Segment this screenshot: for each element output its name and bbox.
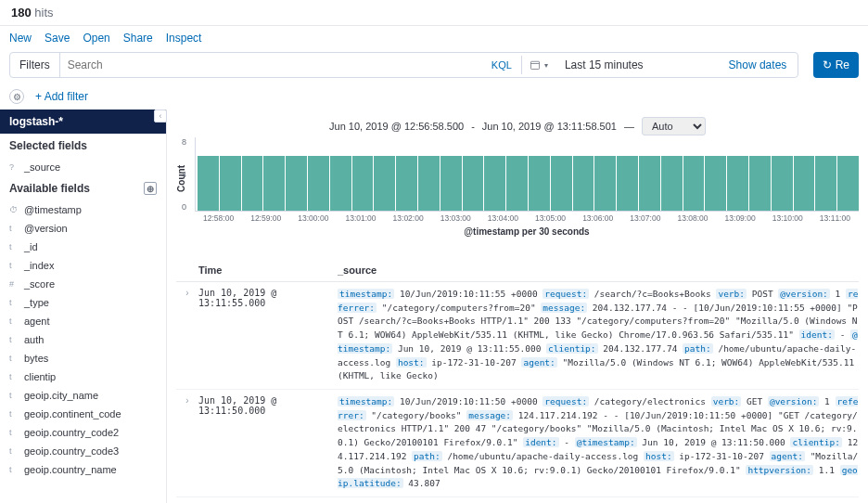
gear-icon[interactable]: ⚙ <box>9 89 24 104</box>
bar[interactable] <box>683 156 705 211</box>
field-type-icon: t <box>9 224 19 233</box>
bar[interactable] <box>573 156 594 211</box>
bar[interactable] <box>374 156 395 211</box>
col-source[interactable]: _source <box>338 264 377 276</box>
bar[interactable] <box>594 156 616 211</box>
bar[interactable] <box>396 156 417 211</box>
svg-rect-0 <box>530 61 539 69</box>
x-tick: 13:10:00 <box>764 213 811 223</box>
bar[interactable] <box>418 156 440 211</box>
selected-fields-header: Selected fields <box>0 134 166 158</box>
bar[interactable] <box>352 156 374 211</box>
bar[interactable] <box>330 156 351 211</box>
field-item[interactable]: tgeoip.country_code3 <box>0 442 166 460</box>
bar[interactable] <box>727 156 748 211</box>
index-pattern-selector[interactable]: logstash-* <box>0 110 166 134</box>
expand-row-icon[interactable]: › <box>176 288 198 383</box>
col-time[interactable]: Time <box>198 264 338 276</box>
field-item[interactable]: t_type <box>0 293 166 312</box>
table-row: › Jun 10, 2019 @ 13:11:50.000 timestamp:… <box>176 390 859 497</box>
bar[interactable] <box>308 156 329 211</box>
bar[interactable] <box>440 156 462 211</box>
histogram-bars[interactable] <box>195 137 859 212</box>
table-row: › Jun 10, 2019 @ 13:11:55.000 timestamp:… <box>176 282 859 390</box>
field-type-icon: t <box>9 354 19 363</box>
field-item[interactable]: t_id <box>0 238 166 256</box>
x-ticks: 12:58:0012:59:0013:00:0013:01:0013:02:00… <box>195 212 859 223</box>
bar[interactable] <box>220 156 241 211</box>
bar[interactable] <box>286 156 307 211</box>
chart-title: Jun 10, 2019 @ 12:56:58.500 - Jun 10, 20… <box>167 110 868 137</box>
field-item[interactable]: #_score <box>0 275 166 293</box>
bar[interactable] <box>794 156 815 211</box>
bar[interactable] <box>837 156 859 211</box>
field-item[interactable]: tauth <box>0 330 166 349</box>
interval-select[interactable]: Auto <box>642 117 706 135</box>
kql-toggle[interactable]: KQL <box>482 59 521 71</box>
bar[interactable] <box>506 156 528 211</box>
time-range[interactable]: Last 15 minutes <box>555 58 718 71</box>
field-type-icon: t <box>9 391 19 400</box>
field-type-icon: # <box>9 279 19 289</box>
field-type-icon: ⏱ <box>9 205 19 214</box>
field-item[interactable]: t_index <box>0 256 166 275</box>
field-name: auth <box>24 334 44 345</box>
refresh-button[interactable]: ↻ Re <box>813 52 859 78</box>
collapse-sidebar-button[interactable]: ‹ <box>154 110 167 123</box>
field-type-icon: t <box>9 298 19 307</box>
field-name: geoip.country_code3 <box>24 445 119 457</box>
bar[interactable] <box>749 156 771 211</box>
field-name: clientip <box>24 371 56 382</box>
menu-inspect[interactable]: Inspect <box>166 32 202 45</box>
expand-row-icon[interactable]: › <box>176 395 198 491</box>
field-type-icon: t <box>9 446 19 456</box>
x-tick: 13:07:00 <box>621 213 669 223</box>
bar[interactable] <box>242 156 263 211</box>
show-dates-link[interactable]: Show dates <box>718 58 798 71</box>
bar[interactable] <box>463 156 484 211</box>
bar[interactable] <box>484 156 505 211</box>
bar[interactable] <box>661 156 683 211</box>
top-menu: New Save Open Share Inspect <box>0 26 868 50</box>
row-source: timestamp: 10/Jun/2019:10:11:55 +0000 re… <box>338 288 859 383</box>
bar[interactable] <box>551 156 572 211</box>
field-item[interactable]: tgeoip.country_name <box>0 460 166 479</box>
field-item[interactable]: tclientip <box>0 368 166 386</box>
field-item[interactable]: tgeoip.continent_code <box>0 405 166 423</box>
field-name: _score <box>24 278 55 290</box>
field-item[interactable]: tgeoip.country_code2 <box>0 423 166 442</box>
row-time: Jun 10, 2019 @ 13:11:55.000 <box>198 288 338 383</box>
bar[interactable] <box>705 156 726 211</box>
field-item[interactable]: t@version <box>0 219 166 238</box>
field-type-icon: t <box>9 242 19 252</box>
x-tick: 13:08:00 <box>669 213 716 223</box>
bar[interactable] <box>772 156 793 211</box>
filters-label: Filters <box>10 53 60 77</box>
documents-table: Time _source › Jun 10, 2019 @ 13:11:55.0… <box>167 259 868 503</box>
menu-share[interactable]: Share <box>123 32 153 45</box>
calendar-icon[interactable]: ▾ <box>521 56 555 74</box>
field-item[interactable]: tbytes <box>0 349 166 368</box>
menu-save[interactable]: Save <box>45 32 70 45</box>
bar[interactable] <box>815 156 836 211</box>
bar[interactable] <box>617 156 638 211</box>
x-tick: 13:02:00 <box>385 213 432 223</box>
menu-new[interactable]: New <box>9 32 32 45</box>
bar[interactable] <box>529 156 550 211</box>
field-item[interactable]: ⏱@timestamp <box>0 200 166 219</box>
add-field-button[interactable]: ⊕ <box>144 182 157 195</box>
add-filter-button[interactable]: + Add filter <box>35 90 88 103</box>
bar[interactable] <box>198 156 219 211</box>
menu-open[interactable]: Open <box>83 32 109 45</box>
bar[interactable] <box>263 156 285 211</box>
field-type-icon: t <box>9 261 19 270</box>
field-item[interactable]: ?_source <box>0 158 166 176</box>
field-item[interactable]: tagent <box>0 312 166 330</box>
field-name: _id <box>24 241 38 252</box>
search-input[interactable] <box>60 53 482 77</box>
bar[interactable] <box>639 156 660 211</box>
field-item[interactable]: tgeoip.city_name <box>0 386 166 405</box>
row-source: timestamp: 10/Jun/2019:10:11:50 +0000 re… <box>338 395 859 491</box>
query-bar: Filters KQL ▾ Last 15 minutes Show dates <box>9 52 798 78</box>
x-tick: 13:00:00 <box>289 213 337 223</box>
